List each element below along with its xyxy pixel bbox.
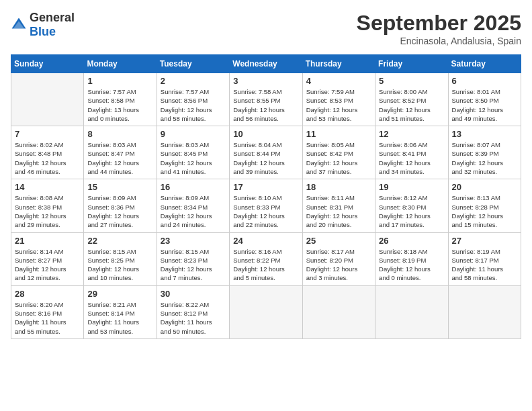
calendar-cell: 19Sunrise: 8:12 AM Sunset: 8:30 PM Dayli… <box>375 179 448 232</box>
day-number: 20 <box>452 182 517 192</box>
day-info: Sunrise: 8:13 AM Sunset: 8:28 PM Dayligh… <box>452 193 517 229</box>
day-info: Sunrise: 8:09 AM Sunset: 8:36 PM Dayligh… <box>87 193 152 229</box>
calendar-week-row: 7Sunrise: 8:02 AM Sunset: 8:48 PM Daylig… <box>11 126 521 179</box>
day-info: Sunrise: 8:01 AM Sunset: 8:50 PM Dayligh… <box>452 87 517 123</box>
day-number: 10 <box>233 129 298 139</box>
day-info: Sunrise: 8:15 AM Sunset: 8:25 PM Dayligh… <box>87 247 152 283</box>
day-number: 15 <box>87 182 152 192</box>
day-info: Sunrise: 8:15 AM Sunset: 8:23 PM Dayligh… <box>161 247 226 283</box>
day-number: 28 <box>15 289 80 299</box>
day-info: Sunrise: 7:57 AM Sunset: 8:56 PM Dayligh… <box>161 87 226 123</box>
calendar: SundayMondayTuesdayWednesdayThursdayFrid… <box>11 54 521 339</box>
day-number: 22 <box>87 236 152 246</box>
location: Encinasola, Andalusia, Spain <box>357 36 521 46</box>
calendar-cell: 1Sunrise: 7:57 AM Sunset: 8:58 PM Daylig… <box>84 73 157 126</box>
day-info: Sunrise: 8:02 AM Sunset: 8:48 PM Dayligh… <box>15 140 80 176</box>
day-number: 18 <box>306 182 371 192</box>
calendar-week-row: 14Sunrise: 8:08 AM Sunset: 8:38 PM Dayli… <box>11 179 521 232</box>
weekday-header: Tuesday <box>157 55 229 73</box>
day-number: 27 <box>452 236 517 246</box>
calendar-cell: 12Sunrise: 8:06 AM Sunset: 8:41 PM Dayli… <box>375 126 448 179</box>
calendar-cell: 11Sunrise: 8:05 AM Sunset: 8:42 PM Dayli… <box>302 126 375 179</box>
day-number: 5 <box>379 76 444 86</box>
calendar-cell: 9Sunrise: 8:03 AM Sunset: 8:45 PM Daylig… <box>157 126 229 179</box>
day-info: Sunrise: 8:22 AM Sunset: 8:12 PM Dayligh… <box>161 300 226 336</box>
day-info: Sunrise: 7:57 AM Sunset: 8:58 PM Dayligh… <box>87 87 152 123</box>
day-number: 2 <box>161 76 226 86</box>
calendar-cell: 28Sunrise: 8:20 AM Sunset: 8:16 PM Dayli… <box>11 285 84 338</box>
calendar-cell: 24Sunrise: 8:16 AM Sunset: 8:22 PM Dayli… <box>230 232 302 285</box>
calendar-cell: 21Sunrise: 8:14 AM Sunset: 8:27 PM Dayli… <box>11 232 84 285</box>
day-number: 21 <box>15 236 80 246</box>
day-info: Sunrise: 8:08 AM Sunset: 8:38 PM Dayligh… <box>15 193 80 229</box>
day-number: 8 <box>87 129 152 139</box>
day-number: 12 <box>379 129 444 139</box>
calendar-header: SundayMondayTuesdayWednesdayThursdayFrid… <box>11 55 521 73</box>
logo-text: General Blue <box>30 11 75 39</box>
calendar-cell <box>11 73 84 126</box>
calendar-cell: 17Sunrise: 8:10 AM Sunset: 8:33 PM Dayli… <box>230 179 302 232</box>
weekday-header: Sunday <box>11 55 84 73</box>
header: General Blue September 2025 Encinasola, … <box>11 11 521 46</box>
day-number: 16 <box>161 182 226 192</box>
calendar-cell: 27Sunrise: 8:19 AM Sunset: 8:17 PM Dayli… <box>448 232 521 285</box>
day-info: Sunrise: 8:09 AM Sunset: 8:34 PM Dayligh… <box>161 193 226 229</box>
day-number: 13 <box>452 129 517 139</box>
day-info: Sunrise: 8:16 AM Sunset: 8:22 PM Dayligh… <box>233 247 298 283</box>
day-info: Sunrise: 8:21 AM Sunset: 8:14 PM Dayligh… <box>87 300 152 336</box>
calendar-week-row: 21Sunrise: 8:14 AM Sunset: 8:27 PM Dayli… <box>11 232 521 285</box>
day-info: Sunrise: 8:18 AM Sunset: 8:19 PM Dayligh… <box>379 247 444 283</box>
day-info: Sunrise: 8:03 AM Sunset: 8:47 PM Dayligh… <box>87 140 152 176</box>
day-number: 26 <box>379 236 444 246</box>
calendar-cell: 10Sunrise: 8:04 AM Sunset: 8:44 PM Dayli… <box>230 126 302 179</box>
calendar-cell: 18Sunrise: 8:11 AM Sunset: 8:31 PM Dayli… <box>302 179 375 232</box>
day-number: 24 <box>233 236 298 246</box>
day-info: Sunrise: 8:03 AM Sunset: 8:45 PM Dayligh… <box>161 140 226 176</box>
day-number: 7 <box>15 129 80 139</box>
calendar-cell: 4Sunrise: 7:59 AM Sunset: 8:53 PM Daylig… <box>302 73 375 126</box>
calendar-cell: 14Sunrise: 8:08 AM Sunset: 8:38 PM Dayli… <box>11 179 84 232</box>
weekday-header: Thursday <box>302 55 375 73</box>
calendar-cell: 13Sunrise: 8:07 AM Sunset: 8:39 PM Dayli… <box>448 126 521 179</box>
calendar-cell: 7Sunrise: 8:02 AM Sunset: 8:48 PM Daylig… <box>11 126 84 179</box>
day-number: 29 <box>87 289 152 299</box>
day-info: Sunrise: 8:14 AM Sunset: 8:27 PM Dayligh… <box>15 247 80 283</box>
logo-blue: Blue <box>30 25 56 38</box>
month-title: September 2025 <box>357 11 521 36</box>
calendar-cell: 26Sunrise: 8:18 AM Sunset: 8:19 PM Dayli… <box>375 232 448 285</box>
calendar-cell <box>230 285 302 338</box>
logo-icon <box>11 17 27 33</box>
title-area: September 2025 Encinasola, Andalusia, Sp… <box>357 11 521 46</box>
day-number: 6 <box>452 76 517 86</box>
weekday-header: Saturday <box>448 55 521 73</box>
day-number: 11 <box>306 129 371 139</box>
calendar-cell: 22Sunrise: 8:15 AM Sunset: 8:25 PM Dayli… <box>84 232 157 285</box>
weekday-header: Monday <box>84 55 157 73</box>
day-number: 17 <box>233 182 298 192</box>
day-info: Sunrise: 8:10 AM Sunset: 8:33 PM Dayligh… <box>233 193 298 229</box>
day-number: 19 <box>379 182 444 192</box>
calendar-cell: 23Sunrise: 8:15 AM Sunset: 8:23 PM Dayli… <box>157 232 229 285</box>
day-info: Sunrise: 8:05 AM Sunset: 8:42 PM Dayligh… <box>306 140 371 176</box>
calendar-cell: 25Sunrise: 8:17 AM Sunset: 8:20 PM Dayli… <box>302 232 375 285</box>
calendar-week-row: 28Sunrise: 8:20 AM Sunset: 8:16 PM Dayli… <box>11 285 521 338</box>
calendar-cell: 16Sunrise: 8:09 AM Sunset: 8:34 PM Dayli… <box>157 179 229 232</box>
day-number: 4 <box>306 76 371 86</box>
calendar-cell: 29Sunrise: 8:21 AM Sunset: 8:14 PM Dayli… <box>84 285 157 338</box>
calendar-cell <box>302 285 375 338</box>
weekday-header: Friday <box>375 55 448 73</box>
calendar-week-row: 1Sunrise: 7:57 AM Sunset: 8:58 PM Daylig… <box>11 73 521 126</box>
day-info: Sunrise: 7:59 AM Sunset: 8:53 PM Dayligh… <box>306 87 371 123</box>
day-info: Sunrise: 8:04 AM Sunset: 8:44 PM Dayligh… <box>233 140 298 176</box>
day-info: Sunrise: 8:00 AM Sunset: 8:52 PM Dayligh… <box>379 87 444 123</box>
calendar-body: 1Sunrise: 7:57 AM Sunset: 8:58 PM Daylig… <box>11 73 521 339</box>
calendar-cell: 2Sunrise: 7:57 AM Sunset: 8:56 PM Daylig… <box>157 73 229 126</box>
day-number: 9 <box>161 129 226 139</box>
day-number: 3 <box>233 76 298 86</box>
logo-general: General <box>30 11 75 24</box>
calendar-cell <box>375 285 448 338</box>
day-number: 30 <box>161 289 226 299</box>
day-number: 1 <box>87 76 152 86</box>
calendar-cell: 20Sunrise: 8:13 AM Sunset: 8:28 PM Dayli… <box>448 179 521 232</box>
calendar-cell: 5Sunrise: 8:00 AM Sunset: 8:52 PM Daylig… <box>375 73 448 126</box>
